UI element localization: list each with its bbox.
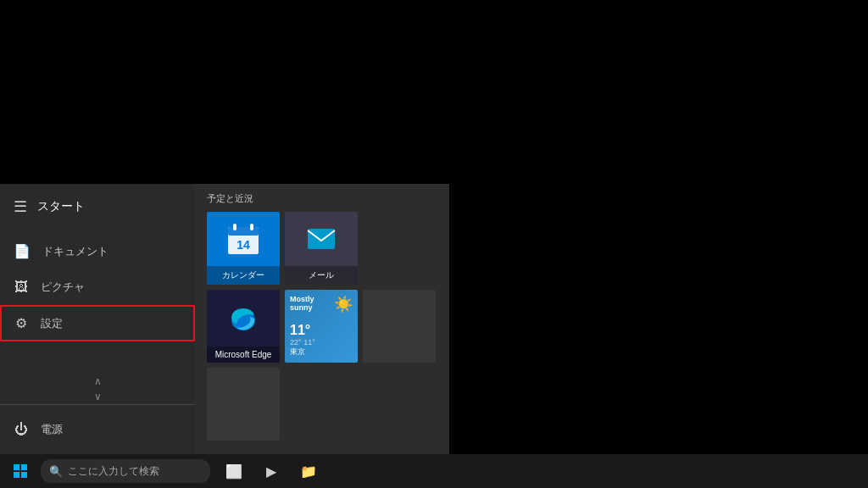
- sidebar-item-pictures[interactable]: 🖼 ピクチャ: [0, 269, 195, 305]
- calendar-svg-icon: 14: [226, 222, 260, 256]
- tile-placeholder[interactable]: [363, 290, 436, 363]
- mail-tile-label: メール: [285, 266, 358, 285]
- weather-bottom: 11° 22° 11° 東京: [290, 323, 353, 358]
- edge-icon-area: [207, 290, 280, 347]
- hamburger-icon[interactable]: ☰: [14, 197, 27, 216]
- tile-edge[interactable]: Microsoft Edge: [207, 290, 280, 363]
- power-icon: ⏻: [14, 422, 29, 437]
- start-title: スタート: [37, 199, 85, 214]
- pictures-label: ピクチャ: [41, 280, 85, 295]
- weather-low: 11°: [303, 338, 315, 347]
- windows-logo-icon: [14, 464, 27, 478]
- media-player-icon: ▶: [266, 463, 276, 480]
- weather-temp-range: 22° 11°: [290, 338, 353, 347]
- left-panel-chevron-up[interactable]: ∧: [0, 374, 195, 389]
- weather-sun-icon: ☀️: [334, 295, 353, 313]
- win-logo-q3: [14, 472, 19, 478]
- weather-temp-main: 11°: [290, 323, 353, 338]
- weather-high: 22°: [290, 338, 302, 347]
- tiles-row-1: 14 カレンダー メール: [207, 212, 437, 285]
- task-view-icon: ⬜: [225, 463, 242, 480]
- search-icon: 🔍: [49, 465, 63, 478]
- mail-svg-icon: [306, 224, 337, 254]
- sidebar-item-documents[interactable]: 📄 ドキュメント: [0, 233, 195, 269]
- start-nav-items: 📄 ドキュメント 🖼 ピクチャ ⚙ 設定: [0, 228, 195, 374]
- weather-top: Mostly sunny ☀️: [290, 295, 353, 313]
- media-player-button[interactable]: ▶: [256, 456, 287, 486]
- task-view-button[interactable]: ⬜: [219, 456, 249, 486]
- taskbar: 🔍 ここに入力して検索 ⬜ ▶ 📁: [0, 454, 868, 488]
- taskbar-icon-group: ⬜ ▶ 📁: [219, 456, 324, 486]
- win-logo-q4: [21, 472, 27, 478]
- start-left-panel: ☰ スタート 📄 ドキュメント 🖼 ピクチャ ⚙ 設定 ∧ ∨ ⏻ 電源: [0, 184, 195, 454]
- settings-label: 設定: [41, 316, 63, 331]
- tile-calendar[interactable]: 14 カレンダー: [207, 212, 280, 285]
- svg-rect-1: [228, 227, 259, 236]
- sidebar-item-power[interactable]: ⏻ 電源: [0, 412, 195, 447]
- power-label: 電源: [41, 422, 63, 437]
- file-explorer-icon: 📁: [300, 463, 317, 480]
- documents-icon: 📄: [14, 243, 31, 259]
- file-explorer-button[interactable]: 📁: [293, 456, 324, 486]
- tile-placeholder-2[interactable]: [207, 368, 280, 441]
- tiles-row-3: [207, 368, 437, 441]
- left-panel-chevron-down[interactable]: ∨: [0, 389, 195, 404]
- win-logo-q1: [14, 464, 19, 470]
- taskbar-start-button[interactable]: [0, 454, 41, 488]
- tiles-row-2: Microsoft Edge Mostly sunny ☀️ 11° 22°: [207, 290, 437, 363]
- svg-text:14: 14: [236, 238, 250, 252]
- calendar-icon-area: 14: [207, 212, 280, 266]
- start-bottom: ⏻ 電源: [0, 404, 195, 454]
- weather-location: 東京: [290, 347, 353, 358]
- mail-icon-area: [285, 212, 358, 266]
- taskbar-search-box[interactable]: 🔍 ここに入力して検索: [41, 459, 210, 483]
- documents-label: ドキュメント: [42, 244, 108, 259]
- tile-weather[interactable]: Mostly sunny ☀️ 11° 22° 11° 東京: [285, 290, 358, 363]
- calendar-tile-label: カレンダー: [207, 266, 280, 285]
- svg-rect-3: [250, 224, 253, 230]
- tiles-section-label: 予定と近況: [207, 192, 437, 205]
- start-header: ☰ スタート: [0, 189, 195, 225]
- edge-svg-icon: [226, 302, 260, 336]
- tile-mail[interactable]: メール: [285, 212, 358, 285]
- weather-title: Mostly sunny: [290, 295, 334, 312]
- svg-rect-2: [233, 224, 236, 230]
- search-placeholder-text: ここに入力して検索: [68, 464, 159, 479]
- start-menu: ☰ スタート 📄 ドキュメント 🖼 ピクチャ ⚙ 設定 ∧ ∨ ⏻ 電源: [0, 184, 449, 454]
- sidebar-item-settings[interactable]: ⚙ 設定: [0, 305, 195, 341]
- pictures-icon: 🖼: [14, 280, 29, 295]
- win-logo-q2: [21, 464, 27, 470]
- edge-tile-label: Microsoft Edge: [207, 347, 280, 363]
- start-right-panel: 予定と近況 14 カレンダー: [195, 184, 449, 454]
- settings-icon: ⚙: [14, 315, 29, 331]
- weather-text-block: Mostly sunny: [290, 295, 334, 312]
- svg-rect-5: [308, 229, 335, 249]
